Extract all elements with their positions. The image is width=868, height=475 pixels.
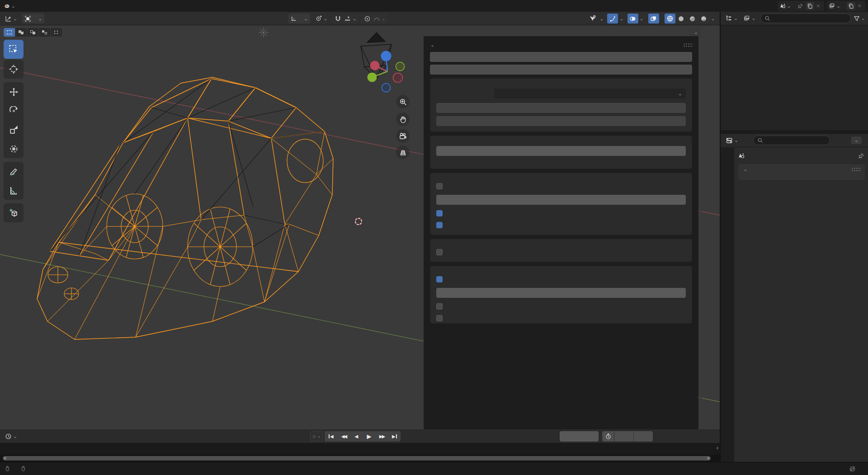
use-custom-constraints-checkbox[interactable] [436, 249, 443, 255]
frame-end-field[interactable] [633, 431, 653, 442]
properties-search-input[interactable] [766, 137, 826, 144]
properties-search[interactable] [753, 136, 830, 145]
select-set-button[interactable] [4, 28, 15, 37]
clean-degenerate-row[interactable] [436, 276, 686, 282]
snap-group[interactable]: ⌄ [332, 14, 359, 24]
shading-wireframe-button[interactable] [665, 14, 675, 24]
outliner-search-input[interactable] [773, 15, 846, 22]
delete-scene-icon[interactable]: ✕ [814, 3, 822, 9]
preserve-seams-checkbox[interactable] [436, 210, 443, 216]
shading-rendered-button[interactable] [698, 14, 709, 24]
preserve-seams-row[interactable] [436, 210, 686, 216]
properties-editor-type-button[interactable]: ⌄ [723, 136, 741, 146]
outliner-header: ⌄ ⌄ ⌄ [721, 12, 868, 25]
tool-move[interactable] [4, 82, 24, 101]
select-extend-button[interactable] [15, 28, 27, 37]
timeline-scroll-track[interactable] [0, 455, 720, 462]
apply-preset-button[interactable] [436, 116, 686, 126]
properties-options-icon[interactable]: ⌄ [851, 136, 862, 144]
next-keyframe-button[interactable]: ▶▶ [375, 431, 388, 442]
delete-viewlayer-icon[interactable]: ✕ [855, 3, 863, 9]
timeline-ruler[interactable] [0, 443, 720, 455]
current-frame-field[interactable] [560, 431, 599, 442]
tool-scale[interactable] [4, 120, 24, 139]
clean-degenerate-checkbox[interactable] [436, 276, 443, 282]
select-subtract-button[interactable] [27, 28, 38, 37]
tool-annotate[interactable] [4, 162, 24, 181]
pin-icon[interactable] [797, 3, 805, 9]
panel-scrollbar[interactable] [699, 39, 702, 409]
perspective-toggle-button[interactable] [396, 146, 410, 159]
orientation-dropdown[interactable]: ⌄ [288, 14, 310, 24]
tool-rotate[interactable] [4, 101, 24, 120]
outliner-properties-splitter[interactable] [721, 130, 868, 134]
new-scene-icon[interactable] [806, 2, 814, 10]
save-preset-button[interactable] [436, 103, 686, 113]
face-angle-limit-slider[interactable] [436, 195, 686, 205]
pan-hand-button[interactable] [396, 113, 410, 126]
shading-solid-button[interactable] [676, 14, 687, 24]
poly-reduction-ratio-slider[interactable] [436, 146, 686, 156]
use-quadriflow-checkbox[interactable] [436, 183, 443, 189]
preserve-materials-checkbox[interactable] [436, 222, 443, 228]
use-quadriflow-row[interactable] [436, 183, 686, 189]
jump-to-start-button[interactable]: ◀ [325, 431, 337, 442]
pivot-dropdown[interactable]: ⌄ [313, 14, 330, 24]
tool-select-box[interactable] [4, 40, 24, 59]
degenerate-distance-slider[interactable] [436, 288, 686, 298]
shading-material-button[interactable] [687, 14, 698, 24]
smooth-topology-checkbox[interactable] [436, 303, 443, 310]
viewport-3d[interactable]: ⌄ ⌄ ⌄ [0, 25, 720, 429]
tool-transform[interactable] [4, 139, 24, 158]
select-invert-button[interactable] [39, 28, 50, 37]
zoom-button[interactable] [396, 95, 410, 108]
jump-to-end-button[interactable]: ▶ [388, 431, 401, 442]
filter-icon[interactable]: ⌄ [854, 15, 865, 22]
smooth-topology-row[interactable] [436, 303, 686, 310]
scene-selector[interactable]: ⌄ ✕ [778, 1, 824, 11]
collapse-arrow-icon[interactable]: ‹ [717, 445, 718, 451]
panel-collapse-icon[interactable]: ⌄ [430, 42, 434, 47]
status-options [20, 466, 28, 472]
gizmos-toggle[interactable] [607, 14, 618, 24]
convert-to-quads-button[interactable] [430, 52, 692, 62]
axis-x [370, 61, 380, 71]
tool-measure[interactable] [4, 181, 24, 200]
proportional-group[interactable]: ⌄ [362, 14, 388, 24]
play-reverse-button[interactable]: ◀ [350, 431, 363, 442]
panel-drag-handle[interactable] [683, 43, 693, 47]
tool-add-cube[interactable] [4, 203, 24, 222]
scene-panel-drag-handle[interactable] [851, 167, 861, 171]
prev-keyframe-button[interactable]: ◀◀ [337, 431, 350, 442]
select-mode-buttons [4, 28, 62, 37]
use-custom-constraints-row[interactable] [436, 249, 686, 255]
outliner-display-mode-button[interactable]: ⌄ [741, 14, 758, 24]
properties-editor: ⌄ ⌄ ⌄ [721, 134, 868, 462]
overlays-toggle[interactable] [627, 14, 638, 24]
mode-dropdown[interactable]: ⌄ [22, 14, 44, 24]
select-intersect-button[interactable] [51, 28, 62, 37]
timeline-editor-type-button[interactable]: ⌄ [3, 431, 19, 441]
play-button[interactable]: ▶ [363, 431, 375, 442]
preset-dropdown[interactable]: ⌄ [494, 89, 686, 99]
pin-id-icon[interactable] [858, 153, 864, 159]
camera-view-button[interactable] [396, 129, 410, 143]
scene-panel-collapse-icon[interactable]: ⌄ [743, 167, 747, 172]
frame-start-field[interactable] [614, 431, 633, 442]
timeline-scrollbar[interactable] [3, 456, 711, 461]
car-wireframe [37, 77, 333, 339]
tool-cursor[interactable] [4, 60, 24, 79]
blender-logo-icon[interactable]: ⌄ [4, 2, 15, 9]
outliner-search[interactable] [760, 14, 850, 23]
viewport-options-button[interactable]: ⌄ [689, 28, 702, 37]
visibility-dropdown[interactable] [587, 14, 598, 24]
new-viewlayer-icon[interactable] [847, 2, 855, 10]
auto-keying-button[interactable]: ○⌄ [310, 431, 323, 442]
preserve-materials-row[interactable] [436, 222, 686, 228]
xray-toggle[interactable] [648, 14, 659, 24]
viewlayer-selector[interactable]: ⌄ ✕ [827, 1, 865, 11]
reduce-poly-count-button[interactable] [430, 65, 692, 75]
editor-type-button[interactable]: ⌄ [3, 14, 19, 24]
use-preview-range-button[interactable] [602, 431, 614, 442]
outliner-editor-type-button[interactable]: ⌄ [723, 14, 740, 24]
